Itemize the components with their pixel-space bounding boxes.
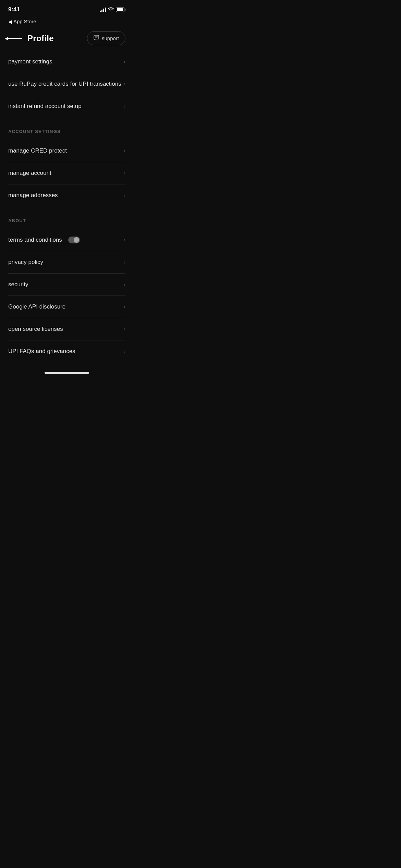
- menu-item-label: use RuPay credit cards for UPI transacti…: [8, 81, 121, 87]
- menu-item-label: UPI FAQs and grievances: [8, 348, 75, 355]
- chevron-right-icon: ›: [124, 259, 125, 265]
- status-bar: 9:41: [0, 0, 134, 17]
- support-label: support: [102, 35, 119, 41]
- menu-item-open-source[interactable]: open source licenses ›: [8, 318, 125, 340]
- page-header: Profile support: [0, 27, 134, 51]
- menu-item-label: manage account: [8, 170, 51, 177]
- page-title: Profile: [27, 34, 54, 43]
- menu-item-label: privacy policy: [8, 259, 43, 266]
- menu-item-rupay-credit[interactable]: use RuPay credit cards for UPI transacti…: [8, 73, 125, 95]
- signal-icon: [100, 7, 106, 12]
- battery-icon: [116, 8, 125, 12]
- menu-item-label: instant refund account setup: [8, 103, 82, 110]
- account-settings-title: ACCOUNT SETTINGS: [8, 129, 61, 134]
- chevron-right-icon: ›: [124, 237, 125, 243]
- svg-rect-0: [94, 35, 99, 39]
- support-button[interactable]: support: [87, 31, 125, 45]
- home-bar: [45, 372, 89, 374]
- menu-item-security[interactable]: security ›: [8, 274, 125, 296]
- about-section-header: ABOUT: [0, 206, 134, 229]
- app-store-back[interactable]: ◀ App Store: [0, 17, 134, 27]
- chevron-right-icon: ›: [124, 348, 125, 354]
- chevron-right-icon: ›: [124, 304, 125, 310]
- menu-item-privacy[interactable]: privacy policy ›: [8, 251, 125, 274]
- chevron-right-icon: ›: [124, 81, 125, 87]
- payment-menu-list: payment settings › use RuPay credit card…: [0, 51, 134, 117]
- app-store-label: App Store: [13, 19, 36, 24]
- chevron-right-icon: ›: [124, 170, 125, 176]
- chevron-right-icon: ›: [124, 103, 125, 109]
- chat-icon: [94, 35, 99, 41]
- app-store-back-arrow: ◀: [8, 19, 12, 24]
- back-button[interactable]: [8, 38, 22, 39]
- menu-item-upi-faqs[interactable]: UPI FAQs and grievances ›: [8, 340, 125, 362]
- menu-item-label: manage CRED protect: [8, 147, 67, 154]
- menu-item-label: payment settings: [8, 58, 52, 65]
- toggle-knob: [74, 237, 79, 243]
- chevron-right-icon: ›: [124, 192, 125, 198]
- menu-item-label: open source licenses: [8, 326, 63, 333]
- menu-item-instant-refund[interactable]: instant refund account setup ›: [8, 95, 125, 117]
- home-indicator: [0, 368, 134, 376]
- menu-item-payment-settings[interactable]: payment settings ›: [8, 51, 125, 73]
- terms-toggle[interactable]: [68, 237, 80, 243]
- menu-item-manage-account[interactable]: manage account ›: [8, 162, 125, 184]
- status-icons: [100, 7, 125, 12]
- chevron-right-icon: ›: [124, 148, 125, 154]
- menu-item-label: manage addresses: [8, 192, 58, 199]
- menu-item-google-api[interactable]: Google API disclosure ›: [8, 296, 125, 318]
- menu-item-label: Google API disclosure: [8, 303, 65, 310]
- menu-item-cred-protect[interactable]: manage CRED protect ›: [8, 140, 125, 162]
- account-menu-list: manage CRED protect › manage account › m…: [0, 140, 134, 206]
- chevron-right-icon: ›: [124, 59, 125, 65]
- menu-item-label: terms and conditions: [8, 237, 80, 243]
- back-arrow-icon: [8, 38, 22, 39]
- status-time: 9:41: [8, 6, 20, 13]
- about-menu-list: terms and conditions › privacy policy › …: [0, 229, 134, 362]
- menu-item-label: security: [8, 281, 28, 288]
- wifi-icon: [108, 7, 114, 12]
- about-title: ABOUT: [8, 218, 26, 223]
- chevron-right-icon: ›: [124, 281, 125, 288]
- menu-item-terms[interactable]: terms and conditions ›: [8, 229, 125, 251]
- chevron-right-icon: ›: [124, 326, 125, 332]
- header-left: Profile: [8, 34, 54, 43]
- menu-item-manage-addresses[interactable]: manage addresses ›: [8, 184, 125, 206]
- account-settings-section-header: ACCOUNT SETTINGS: [0, 117, 134, 140]
